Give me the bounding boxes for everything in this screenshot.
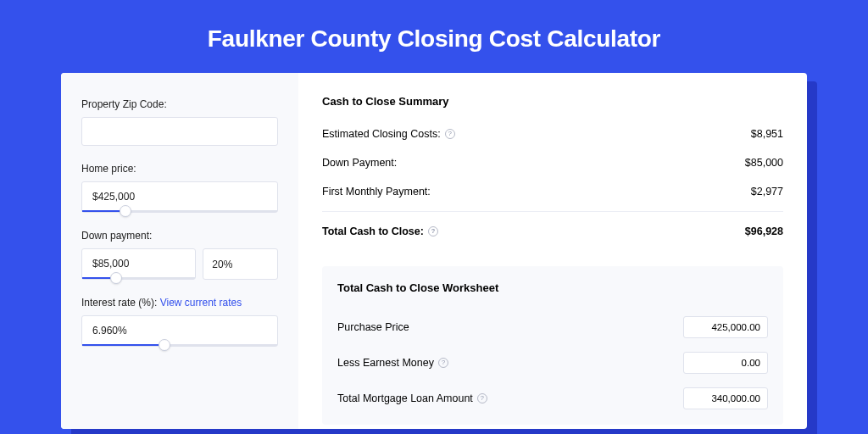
worksheet-block: Total Cash to Close Worksheet Purchase P… bbox=[322, 266, 783, 425]
interest-group: Interest rate (%): View current rates 6.… bbox=[81, 297, 278, 347]
view-rates-link[interactable]: View current rates bbox=[160, 297, 242, 309]
home-price-label: Home price: bbox=[81, 163, 278, 175]
worksheet-label-earnest: Less Earnest Money bbox=[337, 357, 434, 369]
page-title: Faulkner County Closing Cost Calculator bbox=[208, 25, 660, 53]
worksheet-value-mortgage[interactable]: 340,000.00 bbox=[683, 387, 768, 409]
results-panel: Cash to Close Summary Estimated Closing … bbox=[298, 73, 807, 429]
summary-row-closing: Estimated Closing Costs: ? $8,951 bbox=[322, 123, 783, 152]
down-payment-slider[interactable]: $85,000 bbox=[81, 248, 196, 280]
summary-label-monthly: First Monthly Payment: bbox=[322, 186, 431, 198]
zip-input[interactable] bbox=[81, 117, 278, 146]
worksheet-title: Total Cash to Close Worksheet bbox=[337, 281, 768, 294]
worksheet-value-earnest[interactable]: 0.00 bbox=[683, 352, 768, 374]
down-payment-percent[interactable]: 20% bbox=[203, 248, 278, 280]
home-price-slider[interactable]: $425,000 bbox=[81, 181, 278, 213]
interest-label: Interest rate (%): bbox=[81, 297, 157, 309]
calculator-wrap: Property Zip Code: Home price: $425,000 … bbox=[61, 73, 807, 429]
summary-value-down: $85,000 bbox=[745, 157, 783, 169]
interest-thumb[interactable] bbox=[159, 339, 170, 351]
down-payment-label: Down payment: bbox=[81, 230, 278, 242]
down-payment-group: Down payment: $85,000 20% bbox=[81, 230, 278, 280]
interest-slider[interactable]: 6.960% bbox=[81, 315, 278, 347]
worksheet-row-purchase: Purchase Price 425,000.00 bbox=[337, 309, 768, 345]
summary-value-closing: $8,951 bbox=[751, 128, 783, 140]
home-price-thumb[interactable] bbox=[120, 205, 131, 217]
summary-label-total: Total Cash to Close: bbox=[322, 225, 424, 237]
summary-value-total: $96,928 bbox=[745, 225, 783, 237]
interest-label-row: Interest rate (%): View current rates bbox=[81, 297, 278, 309]
interest-fill bbox=[82, 344, 164, 346]
zip-group: Property Zip Code: bbox=[81, 98, 278, 146]
help-icon[interactable]: ? bbox=[477, 393, 487, 403]
home-price-value: $425,000 bbox=[82, 182, 277, 211]
calculator-card: Property Zip Code: Home price: $425,000 … bbox=[61, 73, 807, 429]
help-icon[interactable]: ? bbox=[438, 358, 448, 368]
summary-label-down: Down Payment: bbox=[322, 157, 397, 169]
down-payment-value: $85,000 bbox=[82, 249, 195, 278]
zip-label: Property Zip Code: bbox=[81, 98, 278, 110]
worksheet-label-purchase: Purchase Price bbox=[337, 321, 409, 333]
summary-label-closing: Estimated Closing Costs: bbox=[322, 128, 441, 140]
worksheet-value-purchase[interactable]: 425,000.00 bbox=[683, 316, 768, 338]
summary-value-monthly: $2,977 bbox=[751, 186, 783, 198]
summary-divider bbox=[322, 211, 783, 212]
inputs-panel: Property Zip Code: Home price: $425,000 … bbox=[61, 73, 298, 429]
interest-value: 6.960% bbox=[82, 316, 277, 345]
home-price-group: Home price: $425,000 bbox=[81, 163, 278, 213]
summary-row-down: Down Payment: $85,000 bbox=[322, 152, 783, 181]
summary-row-monthly: First Monthly Payment: $2,977 bbox=[322, 181, 783, 209]
summary-title: Cash to Close Summary bbox=[322, 95, 783, 108]
summary-row-total: Total Cash to Close: ? $96,928 bbox=[322, 220, 783, 249]
down-payment-thumb[interactable] bbox=[110, 272, 122, 284]
worksheet-row-mortgage: Total Mortgage Loan Amount ? 340,000.00 bbox=[337, 381, 768, 416]
help-icon[interactable]: ? bbox=[428, 226, 438, 236]
worksheet-label-mortgage: Total Mortgage Loan Amount bbox=[337, 392, 473, 404]
help-icon[interactable]: ? bbox=[445, 129, 455, 139]
worksheet-row-earnest: Less Earnest Money ? 0.00 bbox=[337, 345, 768, 381]
summary-block: Cash to Close Summary Estimated Closing … bbox=[322, 95, 783, 256]
